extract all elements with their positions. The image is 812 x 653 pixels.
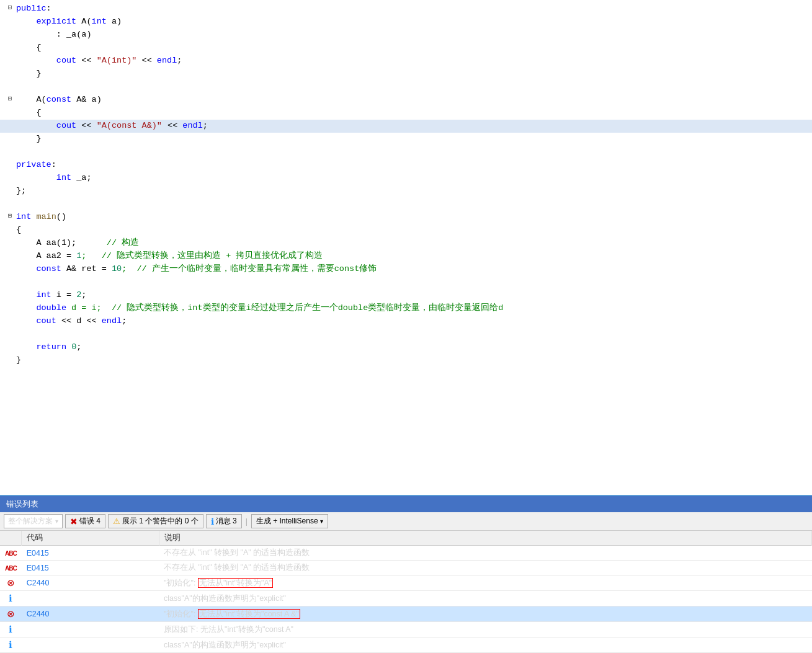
code-line: return 0;	[0, 341, 812, 354]
code-token: <<	[136, 55, 156, 68]
messages-filter-button[interactable]: ℹ 消息 3	[206, 514, 242, 528]
error-code-link[interactable]: C2440	[27, 610, 50, 618]
code-line: };	[0, 185, 812, 198]
code-token: : _a(a)	[56, 29, 92, 42]
code-token: A aa2 =	[36, 250, 76, 263]
warnings-count-label: 展示 1 个警告中的 0 个	[122, 516, 199, 526]
error-code-link[interactable]: C2440	[27, 579, 50, 587]
code-token: ;	[81, 289, 86, 302]
error-panel-header: 错误列表	[0, 496, 812, 512]
error-desc-cell: 不存在从 "int" 转换到 "A" 的适当构造函数	[159, 561, 811, 575]
code-token: a)	[107, 16, 122, 29]
error-icon-cell: ℹ	[0, 637, 22, 653]
code-line: int i = 2;	[0, 289, 812, 302]
error-table-row[interactable]: ⊗C2440"初始化": 无法从"int"转换为"A"	[0, 575, 812, 591]
error-table-row[interactable]: ℹclass"A"的构造函数声明为"explicit"	[0, 591, 812, 606]
error-table-row[interactable]: ℹ原因如下: 无法从"int"转换为"const A"	[0, 622, 812, 637]
code-token: public	[16, 2, 47, 16]
code-token: int	[92, 16, 107, 29]
error-code-cell: C2440	[22, 606, 159, 622]
fold-gutter[interactable]: ⊟	[5, 211, 15, 221]
code-token: 10	[112, 263, 122, 276]
code-token: // 构造	[76, 237, 139, 250]
col-code: 代码	[22, 531, 159, 546]
code-token	[66, 341, 71, 354]
code-token: const	[47, 94, 72, 107]
error-icon: ✖	[70, 517, 78, 526]
indent	[16, 68, 36, 81]
code-token: ()	[56, 211, 66, 224]
code-token: ;	[203, 120, 208, 133]
code-token: int	[16, 211, 31, 224]
code-token: 0	[71, 341, 76, 354]
indent	[16, 29, 56, 42]
error-table-row[interactable]: ABCE0415不存在从 "int" 转换到 "A" 的适当构造函数	[0, 561, 812, 575]
code-token: double	[36, 302, 66, 315]
toolbar-separator: |	[246, 517, 248, 526]
code-token: int	[36, 289, 51, 302]
warnings-filter-button[interactable]: ⚠ 展示 1 个警告中的 0 个	[108, 514, 203, 528]
code-line: ⊟ A(const A& a)	[0, 94, 812, 107]
code-token: ; // 产生一个临时变量，临时变量具有常属性，需要const修饰	[122, 263, 377, 276]
code-token: cout	[36, 315, 56, 328]
code-line: A aa(1); // 构造	[0, 237, 812, 250]
error-code-cell	[22, 591, 159, 606]
abc-error-icon: ABC	[5, 550, 17, 557]
code-token: };	[16, 185, 26, 198]
code-line: {	[0, 107, 812, 120]
fold-gutter[interactable]: ⊟	[5, 2, 15, 13]
code-token: _a;	[71, 172, 91, 185]
error-table-row[interactable]: ⊗C2440"初始化": 无法从"int"转换为"const A &"	[0, 606, 812, 622]
code-token: i =	[51, 289, 77, 302]
error-list-container: 代码 说明 ABCE0415不存在从 "int" 转换到 "A" 的适当构造函数…	[0, 531, 812, 653]
error-code-cell: E0415	[22, 546, 159, 561]
code-token: A& a)	[71, 94, 102, 107]
fold-gutter[interactable]: ⊟	[5, 94, 15, 104]
code-token: d = i; // 隐式类型转换，int类型的变量i经过处理之后产生一个doub…	[66, 302, 503, 315]
build-intellisense-filter-button[interactable]: 生成 + IntelliSense ▾	[251, 514, 328, 528]
info-circle-icon: ℹ	[9, 593, 12, 603]
code-token: << d <<	[56, 315, 102, 328]
error-desc-prefix: "初始化":	[164, 579, 198, 587]
code-token: endl	[182, 120, 202, 133]
error-desc-redbox: 无法从"int"转换为"A"	[198, 578, 273, 588]
code-token: A& ret =	[61, 263, 112, 276]
code-token: A	[81, 16, 86, 29]
code-line	[0, 146, 812, 159]
code-token: (	[86, 16, 91, 29]
code-token: explicit	[36, 16, 76, 29]
solution-scope-dropdown[interactable]: 整个解决方案 ▾	[4, 514, 63, 528]
filter-label: 生成 + IntelliSense	[256, 516, 318, 526]
abc-error-icon: ABC	[5, 565, 17, 572]
code-line: ⊟public:	[0, 2, 812, 16]
code-token: A	[36, 94, 41, 107]
code-line: }	[0, 68, 812, 81]
code-token: endl	[102, 315, 122, 328]
code-line: cout << "A(const A&)" << endl;	[0, 120, 812, 133]
error-code-link[interactable]: E0415	[27, 564, 49, 572]
code-token: }	[36, 68, 41, 81]
code-token: }	[36, 133, 41, 146]
code-token: cout	[56, 120, 76, 133]
error-table-row[interactable]: ℹclass"A"的构造函数声明为"explicit"	[0, 637, 812, 653]
indent	[16, 289, 36, 302]
errors-count-label: 错误 4	[79, 516, 100, 526]
code-token: }	[16, 354, 21, 367]
indent	[16, 315, 36, 328]
indent	[16, 172, 56, 185]
code-token: {	[36, 107, 41, 120]
error-code-cell: C2440	[22, 575, 159, 591]
error-code-link[interactable]: E0415	[27, 549, 49, 557]
code-token: :	[47, 2, 51, 16]
indent	[16, 250, 36, 263]
code-line: private:	[0, 159, 812, 172]
code-line: cout << "A(int)" << endl;	[0, 55, 812, 68]
errors-filter-button[interactable]: ✖ 错误 4	[65, 514, 105, 528]
code-token: <<	[76, 120, 96, 133]
code-line: explicit A(int a)	[0, 16, 812, 29]
error-table-row[interactable]: ABCE0415不存在从 "int" 转换到 "A" 的适当构造函数	[0, 546, 812, 561]
code-line: const A& ret = 10; // 产生一个临时变量，临时变量具有常属性…	[0, 263, 812, 276]
code-editor[interactable]: ⊟public: explicit A(int a) : _a(a) { cou…	[0, 0, 812, 495]
error-desc-cell: class"A"的构造函数声明为"explicit"	[159, 591, 811, 606]
code-token: ;	[122, 315, 127, 328]
